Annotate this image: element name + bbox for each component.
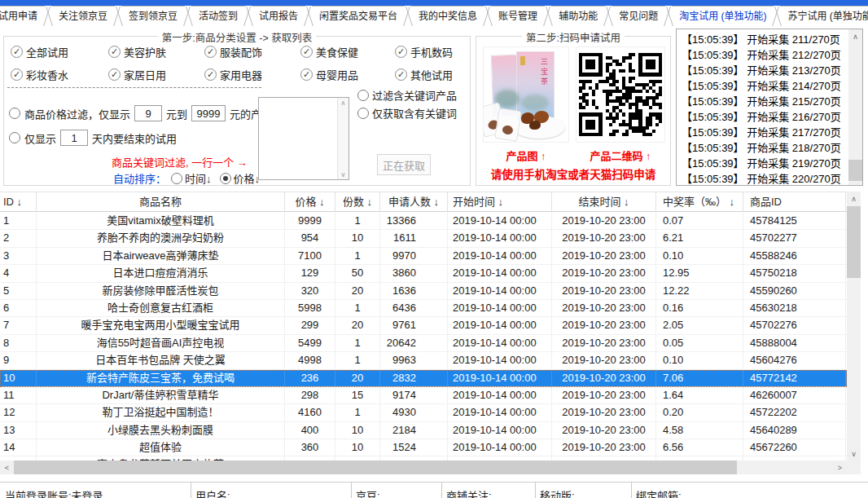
tab-item-2[interactable]: 签到领京豆 xyxy=(121,6,185,27)
scroll-up-icon[interactable]: ∧ xyxy=(847,192,861,205)
keywords-textarea[interactable] xyxy=(259,98,337,179)
category-checkbox-6[interactable]: ✓家居日用 xyxy=(108,66,204,82)
table-row-14[interactable]: 14超值体验3601015242019-10-14 00:002019-10-2… xyxy=(0,439,847,456)
table-row-10[interactable]: 10新会特产陈皮三宝茶，免费试喝2362028322019-10-14 00:0… xyxy=(0,370,847,387)
column-header-id[interactable]: ID ↓ xyxy=(0,192,37,211)
column-header-price[interactable]: 价格 ↓ xyxy=(285,192,335,211)
cell-start: 2019-10-14 00:00 xyxy=(448,370,552,386)
tab-item-6[interactable]: 我的中奖信息 xyxy=(411,6,484,27)
category-checkbox-4[interactable]: ✓手机数码 xyxy=(395,43,467,59)
sort-option-0[interactable]: 时间↓ xyxy=(171,170,212,186)
tab-item-3[interactable]: 活动签到 xyxy=(191,6,245,27)
column-header-qty[interactable]: 份数 ↓ xyxy=(335,192,380,211)
scroll-up-icon[interactable]: ∧ xyxy=(848,29,862,43)
price-max-input[interactable] xyxy=(191,105,226,121)
tab-item-0[interactable]: 试用申请 xyxy=(0,6,45,27)
column-header-rate[interactable]: 中奖率（‰） ↓ xyxy=(656,192,743,211)
table-row-1[interactable]: 1美国vitamix破壁料理机99991133662019-10-14 00:0… xyxy=(0,213,847,230)
keyword-hint-label: 商品关键词过滤, 一行一个 → xyxy=(112,154,248,170)
radio-icon xyxy=(357,90,369,101)
category-label: 服装配饰 xyxy=(220,44,262,59)
log-scrollbar[interactable]: ∧ ∨ xyxy=(848,29,862,185)
sort-option-1[interactable]: 价格↓ xyxy=(220,170,261,186)
category-checkbox-2[interactable]: ✓服装配饰 xyxy=(204,43,300,59)
table-hscroll-thumb[interactable] xyxy=(14,461,737,474)
category-checkbox-1[interactable]: ✓美容护肤 xyxy=(108,43,204,59)
table-row-3[interactable]: 3日本airweave高弹薄床垫7100199702019-10-14 00:0… xyxy=(0,248,847,265)
deadline-days-input[interactable] xyxy=(60,130,88,146)
table-vertical-scrollbar[interactable]: ∧ ∨ xyxy=(847,192,861,461)
cell-end: 2019-10-20 23:00 xyxy=(552,248,656,264)
cell-price: 320 xyxy=(285,283,335,299)
table-row-6[interactable]: 6哈士奇创意复古红酒柜5998164362019-10-14 00:002019… xyxy=(0,300,847,317)
category-label: 家用电器 xyxy=(220,67,262,82)
table-row-8[interactable]: 8海信55吋超音画AI声控电视54991206422019-10-14 00:0… xyxy=(0,335,847,352)
status-divider xyxy=(191,483,191,498)
price-min-input[interactable] xyxy=(134,105,162,121)
cell-item_id: 45702276 xyxy=(743,317,846,333)
category-checkbox-7[interactable]: ✓家用电器 xyxy=(204,66,300,82)
scroll-left-icon[interactable]: < xyxy=(0,461,14,474)
tab-item-10[interactable]: 淘宝试用 (单独功能) xyxy=(672,6,774,27)
tea-pouch xyxy=(494,108,522,142)
tab-item-5[interactable]: 闲置奖品交易平台 xyxy=(312,6,405,27)
tab-item-4[interactable]: 试用报告 xyxy=(252,6,305,27)
category-label: 母婴用品 xyxy=(316,67,358,82)
keyword-mode-option-0[interactable]: 过滤含关键词产品 xyxy=(357,87,457,103)
table-row-2[interactable]: 2养胎不养肉的澳洲孕妇奶粉9541016112019-10-14 00:0020… xyxy=(0,230,847,247)
keywords-textarea-wrap: ∧ ∨ xyxy=(258,97,349,180)
cell-end: 2019-10-20 23:00 xyxy=(552,352,656,368)
column-header-end[interactable]: 结束时间 ↓ xyxy=(552,192,656,211)
table-horizontal-scrollbar[interactable]: < > xyxy=(0,461,847,474)
tab-item-11[interactable]: 苏宁试用 (单独功能) xyxy=(780,6,868,27)
table-row-5[interactable]: 5新房装修除甲醛活性炭包3202016362019-10-14 00:00201… xyxy=(0,283,847,300)
cell-name: 小绿膜去黑头粉刺面膜 xyxy=(37,422,285,439)
cell-start: 2019-10-14 00:00 xyxy=(448,352,552,368)
table-row-13[interactable]: 13小绿膜去黑头粉刺面膜4001021842019-10-14 00:00201… xyxy=(0,422,847,439)
table-row-11[interactable]: 11DrJart/蒂佳婷积雪草精华2981591742019-10-14 00:… xyxy=(0,387,847,404)
step2-title: 第二步:扫码申请试用 xyxy=(522,29,625,45)
table-row-12[interactable]: 12勒丁卫浴挺起中国制造！4160149302019-10-14 00:0020… xyxy=(0,404,847,421)
column-header-start[interactable]: 开始时间 ↓ xyxy=(448,192,552,211)
cell-id: 14 xyxy=(0,439,37,456)
scroll-down-icon[interactable]: ∨ xyxy=(338,170,349,179)
deadline-filter-radio[interactable] xyxy=(9,132,20,143)
log-scrollbar-thumb[interactable] xyxy=(848,160,862,181)
category-checkbox-9[interactable]: ✓其他试用 xyxy=(395,66,467,82)
category-checkbox-8[interactable]: ✓母婴用品 xyxy=(300,66,395,82)
column-header-name[interactable]: 商品名称 xyxy=(37,192,285,211)
price-filter-radio[interactable] xyxy=(9,108,20,119)
tab-item-7[interactable]: 账号管理 xyxy=(491,6,545,27)
tea-box-seal xyxy=(520,56,525,65)
column-header-item_id[interactable]: 商品ID xyxy=(743,192,846,211)
tab-item-8[interactable]: 辅助功能 xyxy=(551,6,605,27)
category-checkbox-5[interactable]: ✓彩妆香水 xyxy=(11,66,108,82)
cell-price: 236 xyxy=(285,370,335,386)
cell-end: 2019-10-20 23:00 xyxy=(552,370,656,386)
category-checkbox-0[interactable]: ✓全部试用 xyxy=(11,43,108,59)
column-header-applicants[interactable]: 申请人数 ↓ xyxy=(380,192,448,211)
tab-item-9[interactable]: 常见问题 xyxy=(612,6,665,27)
cell-end: 2019-10-20 23:00 xyxy=(552,230,656,246)
table-row-4[interactable]: 4日本进口痘痘消消乐1295038602019-10-14 00:002019-… xyxy=(0,265,847,282)
cell-qty: 20 xyxy=(335,317,380,333)
cell-qty: 10 xyxy=(335,439,380,456)
table-row-9[interactable]: 9日本百年书包品牌 天使之翼4998199632019-10-14 00:002… xyxy=(0,352,847,369)
fetch-list-button[interactable]: 正在获取 xyxy=(377,154,431,175)
keywords-scrollbar[interactable]: ∧ ∨ xyxy=(337,98,349,179)
cell-applicants: 9970 xyxy=(380,248,448,264)
cell-item_id: 45888004 xyxy=(743,335,846,351)
tab-item-1[interactable]: 关注领京豆 xyxy=(51,6,115,27)
scroll-right-icon[interactable]: > xyxy=(833,461,847,474)
table-row-7[interactable]: 7暖手宝充电宝两用小型暖宝宝试用2992097612019-10-14 00:0… xyxy=(0,317,847,334)
category-checkbox-3[interactable]: ✓美食保健 xyxy=(300,43,395,59)
table-vscroll-thumb[interactable] xyxy=(847,206,861,278)
collect-log-listbox[interactable]: 【15:05:39】 开始采集 211/270页【15:05:39】 开始采集 … xyxy=(676,29,863,186)
log-entry-2: 【15:05:39】 开始采集 213/270页 xyxy=(682,63,859,78)
cell-applicants: 9761 xyxy=(380,317,448,333)
status-bar: 当前登录账号:未登录用户名:京豆:商铺关注:移动版:绑定邮箱: xyxy=(0,482,868,498)
cell-id: 1 xyxy=(0,213,37,229)
scroll-down-icon[interactable]: ∨ xyxy=(847,447,861,461)
scroll-up-icon[interactable]: ∧ xyxy=(338,98,349,108)
keyword-mode-option-1[interactable]: 仅获取含有关键词 xyxy=(357,105,457,121)
